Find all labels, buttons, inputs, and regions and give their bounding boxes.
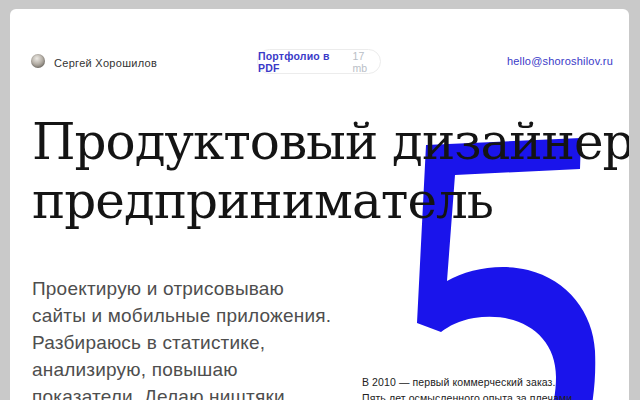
intro-line: Разбираюсь в статистике,: [32, 329, 331, 356]
portfolio-pdf-size: 17 mb: [353, 50, 380, 74]
intro-line: Проектирую и отрисовываю: [32, 275, 331, 302]
portfolio-pdf-button[interactable]: Портфолио в PDF 17 mb: [257, 49, 381, 74]
hero-title-line1: Продуктовый дизайнер,: [32, 113, 629, 171]
portfolio-pdf-label: Портфолио в PDF: [258, 50, 349, 74]
intro-line: сайты и мобильные приложения.: [32, 302, 331, 329]
intro-text: Проектирую и отрисовываю сайты и мобильн…: [32, 275, 331, 400]
experience-line2: Пять лет осмысленного опыта за плечами.: [362, 390, 534, 400]
experience-line1: В 2010 — первый коммерческий заказ.: [362, 374, 534, 390]
intro-line: показатели. Делаю ништяки: [32, 383, 331, 400]
email-link[interactable]: hello@shoroshilov.ru: [507, 55, 613, 67]
hero-title: Продуктовый дизайнер,предприниматель: [32, 113, 629, 231]
hero-title-line2: предприниматель: [32, 172, 493, 230]
avatar[interactable]: [31, 54, 45, 68]
intro-line: анализирую, повышаю: [32, 356, 331, 383]
page: Сергей Хорошилов Портфолио в PDF 17 mb h…: [10, 9, 629, 400]
profile-name[interactable]: Сергей Хорошилов: [54, 57, 157, 70]
experience-note: В 2010 — первый коммерческий заказ. Пять…: [362, 374, 534, 400]
